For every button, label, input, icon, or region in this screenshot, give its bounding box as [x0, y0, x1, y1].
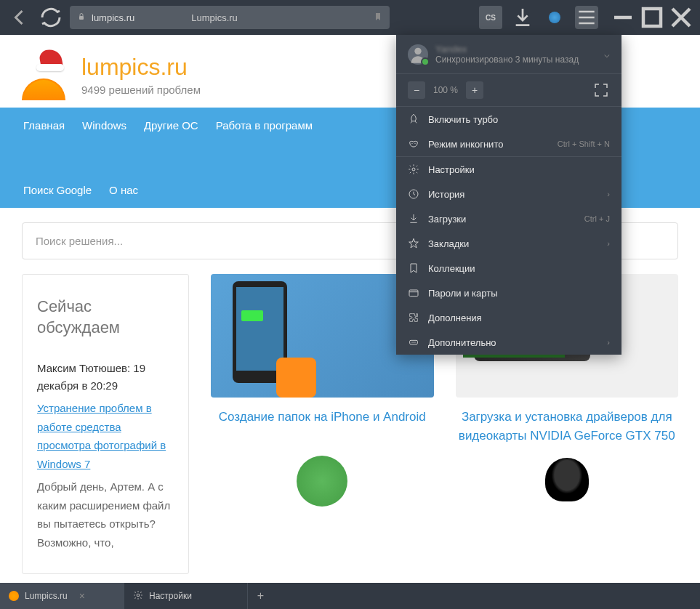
nav-google-search[interactable]: Поиск Google — [22, 172, 93, 208]
comment-text: Добрый день, Артем. А с каким расширение… — [37, 477, 174, 552]
clock-icon — [408, 188, 419, 200]
menu-label: Загрузки — [428, 214, 576, 225]
menu-button[interactable] — [575, 6, 598, 29]
chevron-down-icon: ⌵ — [604, 49, 610, 60]
comment-author: Максим Тютюшев: 19 декабря в 20:29 — [37, 360, 174, 395]
zoom-level: 100 % — [433, 85, 459, 95]
menu-item-download[interactable]: Загрузки Ctrl + J — [396, 206, 621, 231]
svg-rect-1 — [643, 9, 661, 26]
tab-label: Настройки — [149, 591, 192, 601]
bookmark-icon — [408, 262, 419, 274]
puzzle-icon — [408, 312, 419, 323]
mask-icon — [408, 138, 419, 150]
menu-item-puzzle[interactable]: Дополнения — [396, 305, 621, 330]
gear-icon — [408, 164, 419, 175]
downloads-icon[interactable] — [511, 6, 534, 29]
nav-windows[interactable]: Windows — [81, 108, 128, 143]
site-logo[interactable] — [22, 49, 73, 100]
chevron-right-icon: › — [607, 338, 610, 347]
menu-label: Дополнительно — [428, 337, 598, 348]
svg-rect-7 — [409, 290, 418, 297]
menu-label: Пароли и карты — [428, 288, 610, 299]
menu-shortcut: Ctrl + Shift + N — [558, 140, 610, 148]
svg-point-5 — [412, 168, 415, 171]
tab-settings[interactable]: Настройки — [124, 583, 247, 609]
menu-label: Коллекции — [428, 263, 610, 274]
chevron-right-icon: › — [607, 239, 610, 248]
menu-item-more[interactable]: Дополнительно › — [396, 330, 621, 355]
back-button[interactable] — [6, 4, 32, 31]
menu-item-rocket[interactable]: Включить турбо — [396, 107, 621, 132]
menu-label: Настройки — [428, 164, 610, 175]
site-tagline: 9499 решений проблем — [81, 84, 201, 96]
address-bar[interactable]: lumpics.ru Lumpics.ru — [70, 6, 390, 29]
svg-point-9 — [411, 342, 412, 342]
article-title[interactable]: Создание папок на iPhone и Android — [211, 408, 434, 427]
sidebar-title: Сейчас обсуждаем — [37, 297, 174, 338]
svg-point-3 — [411, 143, 412, 144]
more-icon — [408, 336, 419, 348]
menu-label: Включить турбо — [428, 114, 610, 125]
menu-item-mask[interactable]: Режим инкогнито Ctrl + Shift + N — [396, 132, 621, 156]
menu-item-star[interactable]: Закладки › — [396, 231, 621, 256]
chevron-right-icon: › — [607, 190, 610, 198]
zoom-controls: − 100 % + — [396, 74, 621, 106]
menu-item-card[interactable]: Пароли и карты — [396, 281, 621, 305]
sync-check-icon — [421, 57, 430, 66]
nav-about[interactable]: О нас — [108, 172, 140, 208]
article-image-2 — [297, 456, 347, 507]
article-image-2 — [545, 458, 589, 501]
svg-point-12 — [137, 594, 140, 597]
minimize-button[interactable] — [610, 4, 636, 31]
maximize-button[interactable] — [639, 4, 665, 31]
nav-other-os[interactable]: Другие ОС — [142, 108, 200, 143]
tab-bar: Lumpics.ru × Настройки + — [0, 583, 700, 609]
menu-shortcut: Ctrl + J — [584, 214, 610, 223]
zoom-in-button[interactable]: + — [466, 81, 483, 99]
svg-point-10 — [413, 342, 414, 342]
lock-icon — [77, 12, 86, 23]
sidebar-discussion: Сейчас обсуждаем Максим Тютюшев: 19 дека… — [22, 274, 189, 574]
fullscreen-button[interactable] — [592, 81, 610, 99]
tab-label: Lumpics.ru — [25, 591, 68, 601]
menu-label: Режим инкогнито — [428, 139, 549, 150]
avatar-icon — [408, 44, 428, 65]
site-title: lumpics.ru — [81, 54, 201, 81]
extension-icon[interactable] — [543, 6, 566, 29]
browser-toolbar: lumpics.ru Lumpics.ru CS — [0, 0, 700, 35]
nav-programs[interactable]: Работа в программ — [214, 108, 314, 143]
close-button[interactable] — [668, 4, 694, 31]
nav-home[interactable]: Главная — [22, 108, 66, 143]
article-title[interactable]: Загрузка и установка драйверов для видео… — [456, 408, 679, 445]
menu-item-clock[interactable]: История › — [396, 182, 621, 206]
address-url: lumpics.ru — [92, 12, 134, 23]
svg-rect-0 — [79, 16, 84, 20]
browser-menu: Yandex Синхронизировано 3 минуты назад ⌵… — [396, 35, 621, 355]
svg-point-4 — [414, 143, 415, 144]
menu-item-gear[interactable]: Настройки — [396, 157, 621, 182]
star-icon — [408, 238, 419, 249]
menu-item-bookmark[interactable]: Коллекции — [396, 256, 621, 281]
comment-link[interactable]: Устранение проблем в работе средства про… — [37, 399, 174, 473]
menu-label: Закладки — [428, 238, 598, 249]
tab-lumpics[interactable]: Lumpics.ru × — [0, 583, 124, 609]
profile-name: Yandex — [435, 44, 579, 55]
rocket-icon — [408, 113, 419, 125]
reload-button[interactable] — [38, 4, 64, 31]
gear-icon — [133, 590, 143, 602]
address-title: Lumpics.ru — [191, 12, 238, 23]
tab-favicon-icon — [9, 591, 19, 601]
bookmark-ribbon-icon[interactable] — [374, 12, 382, 24]
new-tab-button[interactable]: + — [247, 583, 273, 609]
zoom-out-button[interactable]: − — [408, 81, 425, 99]
download-icon — [408, 213, 419, 225]
svg-point-11 — [414, 342, 415, 342]
tab-close-icon[interactable]: × — [79, 590, 85, 602]
card-icon — [408, 287, 419, 299]
svg-point-2 — [414, 47, 421, 54]
menu-label: История — [428, 189, 598, 200]
sync-status: Синхронизировано 3 минуты назад — [435, 55, 579, 65]
lastfm-icon[interactable]: CS — [479, 6, 502, 29]
menu-profile[interactable]: Yandex Синхронизировано 3 минуты назад ⌵ — [396, 35, 621, 73]
menu-label: Дополнения — [428, 312, 610, 323]
